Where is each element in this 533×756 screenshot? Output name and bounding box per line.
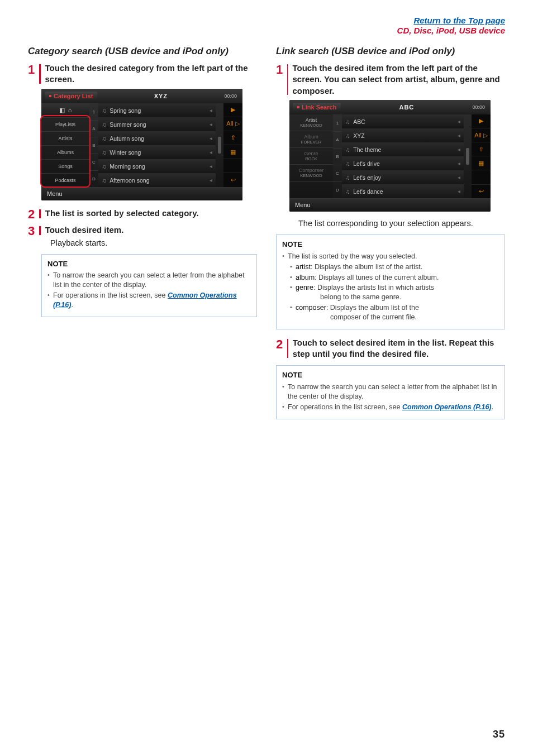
music-note-icon: ♫ [102,163,106,170]
music-note-icon: ♫ [345,188,350,195]
list-item[interactable]: ♫XYZ◂ [342,128,464,142]
step-text: Touch the desired category from the left… [45,63,257,85]
alpha-list[interactable]: 1 A B C D [89,103,98,187]
top-buttons: ◧⌂ [41,103,89,117]
step-number: 2 [28,207,35,221]
music-note-icon: ♫ [102,107,106,114]
scrollbar[interactable] [464,114,472,198]
sidebar-item-composer[interactable]: ComporserKENWOOD [289,164,333,181]
screenshot-link-search: Link Search ABC 00:00 ArtistKENWOOD Albu… [289,100,491,212]
up-icon: ◧ [59,107,65,114]
dot-icon [49,95,51,97]
list-item[interactable]: ♫ABC◂ [342,114,464,128]
handle-icon: ◂ [458,188,460,194]
note-sub-bullet: composer: Displays the album list of the… [290,303,499,322]
music-note-icon: ♫ [345,146,350,153]
list-item[interactable]: ♫Let's enjoy◂ [342,170,464,184]
step-3-left: 3 Touch desired item. [28,224,257,237]
song-list: ♫Spring song◂ ♫Summer song◂ ♫Autumn song… [98,103,216,187]
side-buttons: ▶ All ▷ ⇧ ▦ ↩ [223,103,242,187]
heading-category-search: Category search (USB device and iPod onl… [28,46,257,57]
screenshot-category-wrap: Category List XYZ 00:00 ◧⌂ PlayLists Art… [28,89,257,200]
step-text: The list is sorted by selected category. [45,208,199,219]
sidebar-item-songs[interactable]: Songs [41,159,89,173]
menu-button[interactable]: Menu [41,187,242,200]
list-item[interactable]: ♫Let's drive◂ [342,156,464,170]
side-all-button[interactable]: All ▷ [472,128,491,142]
music-note-icon: ♫ [102,149,106,156]
sidebar-item-artists[interactable]: Artists [41,131,89,145]
screenshot-tab: Category List [45,92,97,101]
list-item[interactable]: ♫The theme◂ [342,142,464,156]
side-up-icon[interactable]: ⇧ [223,131,242,145]
handle-icon: ◂ [210,107,212,113]
music-note-icon: ♫ [102,177,106,184]
sidebar-item-albums[interactable]: Albums [41,145,89,159]
side-spacer [223,159,242,173]
step-2-right: 2 Touch to select desired item in the li… [276,337,505,360]
side-grid-icon[interactable]: ▦ [223,145,242,159]
shield-icon: ⌂ [68,107,72,113]
list-item[interactable]: ♫Winter song◂ [98,145,216,159]
screenshot-tab: Link Search [293,103,341,112]
side-up-icon[interactable]: ⇧ [472,142,491,156]
music-note-icon: ♫ [345,160,350,167]
step1-body: The list corresponding to your selection… [298,218,505,229]
sidebar-item-playlists[interactable]: PlayLists [41,117,89,131]
side-spacer [472,170,491,184]
side-return-icon[interactable]: ↩ [223,173,242,186]
music-note-icon: ♫ [345,174,350,181]
side-return-icon[interactable]: ↩ [472,184,491,198]
heading-link-search: Link search (USB device and iPod only) [276,46,505,57]
note-heading: NOTE [47,259,251,269]
handle-icon: ◂ [458,146,460,152]
category-sidebar: ◧⌂ PlayLists Artists Albums Songs Podcas… [41,103,89,187]
sidebar-item-album[interactable]: AlbumFOREVER [289,131,333,147]
music-note-icon: ♫ [345,132,350,139]
note-box-right-1: NOTE The list is sorted by the way you s… [276,235,505,329]
list-item[interactable]: ♫Autumn song◂ [98,131,216,145]
note-bullet: For operations in the list screen, see C… [47,291,251,310]
alpha-list[interactable]: 1 A B C D [333,114,342,198]
handle-icon: ◂ [458,160,460,166]
scrollbar[interactable] [216,103,223,187]
list-item[interactable]: ♫Summer song◂ [98,117,216,131]
music-note-icon: ♫ [102,135,106,142]
sidebar-item-podcasts[interactable]: Podcasts [41,173,89,187]
list-item[interactable]: ♫Let's dance◂ [342,184,464,198]
sidebar-item-genre[interactable]: GenreROCK [289,147,333,164]
menu-button[interactable]: Menu [289,198,491,212]
step-bar [39,226,41,235]
screenshot-link-wrap: Link Search ABC 00:00 ArtistKENWOOD Albu… [276,100,505,212]
list-item[interactable]: ♫Afternoon song◂ [98,173,216,187]
handle-icon: ◂ [458,132,460,138]
step-number: 1 [28,63,35,76]
breadcrumb: CD, Disc, iPod, USB device [397,26,505,35]
common-operations-link[interactable]: Common Operations (P.16) [402,403,492,411]
clock: 00:00 [224,93,239,99]
side-play-icon[interactable]: ▶ [223,103,242,117]
note-sub-bullet: artist: Displays the album list of the a… [290,262,499,272]
return-top-link[interactable]: Return to the Top page [413,16,505,25]
page-number: 35 [493,729,505,740]
link-sidebar: ArtistKENWOOD AlbumFOREVER GenreROCK Com… [289,114,333,198]
step-text: Touch the desired item from the left par… [292,63,505,97]
note-bullet: The list is sorted by the way you select… [282,252,499,322]
screenshot-category-list: Category List XYZ 00:00 ◧⌂ PlayLists Art… [41,89,242,200]
list-item[interactable]: ♫Spring song◂ [98,103,216,117]
music-note-icon: ♫ [345,118,350,125]
note-bullet: For operations in the list screen, see C… [282,403,499,412]
handle-icon: ◂ [210,163,212,169]
handle-icon: ◂ [210,135,212,141]
handle-icon: ◂ [458,174,460,180]
side-all-button[interactable]: All ▷ [223,117,242,131]
note-heading: NOTE [282,370,499,380]
side-grid-icon[interactable]: ▦ [472,156,491,170]
col-right: Link search (USB device and iPod only) 1… [276,46,505,427]
list-item[interactable]: ♫Morning song◂ [98,159,216,173]
side-play-icon[interactable]: ▶ [472,114,491,128]
note-bullet: To narrow the search you can select a le… [47,271,251,290]
sidebar-item-artist[interactable]: ArtistKENWOOD [289,114,333,131]
note-sub-bullet: album: Displays all tunes of the current… [290,273,499,283]
note-box-right-2: NOTE To narrow the search you can select… [276,365,505,419]
